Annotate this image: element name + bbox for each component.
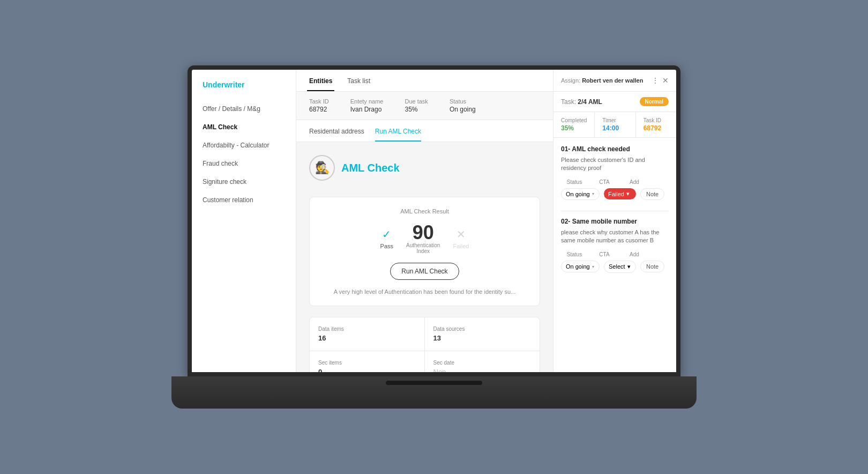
sidebar-title: Underwriter — [192, 80, 296, 100]
check-section-2: 02- Same mobile number please check why … — [561, 218, 669, 273]
sub-tabs: Residental address Run AML Check — [296, 120, 553, 142]
panel-body: 01- AML check needed Please check custom… — [553, 138, 676, 372]
tab-entities[interactable]: Entities — [307, 70, 334, 91]
add-col-label-1: Add — [621, 179, 648, 185]
sidebar-item-affordability[interactable]: Affordabilty - Calculator — [192, 136, 296, 154]
main-area: Entities Task list Task ID 68792 Entety … — [296, 70, 553, 372]
due-task-cell: Due task 35% — [405, 98, 428, 113]
aml-result-section: AML Check Result ✓ Pass 90 Authenticatio… — [309, 197, 540, 306]
panel-menu-icon[interactable]: ⋮ — [652, 76, 659, 85]
result-failed: ✕ Failed — [453, 228, 469, 249]
normal-badge: Normal — [640, 97, 669, 106]
data-grid: Data items 16 Data sources 13 Sec items … — [309, 317, 540, 372]
check2-controls: On going ▾ Select ▾ Note — [561, 261, 669, 273]
chevron-down-icon-4: ▾ — [627, 263, 631, 270]
auth-number: 90 — [413, 223, 434, 242]
cta-col-label-1: CTA — [591, 179, 618, 185]
check2-status-dropdown[interactable]: On going ▾ — [561, 261, 600, 272]
status-col-label-2: Status — [561, 251, 588, 257]
sidebar-item-customer-relation[interactable]: Customer relation — [192, 191, 296, 209]
pass-check-icon: ✓ — [382, 228, 391, 241]
spy-icon: 🕵️ — [309, 155, 335, 181]
right-panel: Assign: Robert ven der wallen ⋮ ✕ Task: … — [553, 70, 676, 372]
cta-col-label-2: CTA — [591, 251, 618, 257]
top-tabs: Entities Task list — [296, 70, 553, 92]
sub-tab-run-aml[interactable]: Run AML Check — [375, 128, 421, 142]
panel-close-icon[interactable]: ✕ — [662, 76, 669, 85]
content-area: Residental address Run AML Check 🕵️ AML … — [296, 120, 553, 372]
result-items: ✓ Pass 90 AuthenticationIndex ✕ Failed — [320, 223, 529, 254]
tab-task-list[interactable]: Task list — [345, 70, 372, 91]
check2-description: please check why customer A has the same… — [561, 228, 669, 245]
aml-result-title: AML Check Result — [320, 208, 529, 214]
chevron-down-icon-2: ▾ — [626, 190, 630, 197]
divider-1 — [561, 211, 669, 211]
data-sources-cell: Data sources 13 — [425, 317, 540, 351]
laptop-base — [171, 376, 697, 409]
aml-content: 🕵️ AML Check AML Check Result ✓ Pass — [296, 142, 553, 372]
sidebar-item-signature[interactable]: Signiture check — [192, 173, 296, 191]
data-items-cell: Data items 16 — [310, 317, 425, 351]
check1-title: 01- AML check needed — [561, 145, 669, 153]
task-id-value: 68792 — [643, 124, 669, 132]
check1-cta-failed[interactable]: Failed ▾ — [604, 188, 636, 199]
sec-items-cell: Sec items 0 — [310, 351, 425, 372]
check1-status-dropdown[interactable]: On going ▾ — [561, 188, 600, 200]
chevron-down-icon: ▾ — [592, 191, 594, 196]
check2-note-button[interactable]: Note — [640, 261, 664, 272]
auth-index: 90 AuthenticationIndex — [406, 223, 440, 254]
failed-x-icon: ✕ — [457, 228, 466, 241]
panel-task-label: Task: 2/4 AML — [561, 98, 602, 106]
task-id-cell: Task ID 68792 — [309, 98, 329, 113]
timer-stat: Timer 14:00 — [595, 112, 635, 137]
status-col-label-1: Status — [561, 179, 588, 185]
chevron-down-icon-3: ▾ — [592, 264, 594, 269]
panel-task-bar: Task: 2/4 AML Normal — [553, 92, 676, 112]
run-aml-button[interactable]: Run AML Check — [390, 263, 459, 280]
status-cell: Status On going — [450, 98, 476, 113]
pass-label: Pass — [380, 243, 393, 249]
completed-stat: Completed 35% — [553, 112, 595, 137]
check2-title: 02- Same mobile number — [561, 218, 669, 225]
panel-assign: Assign: Robert ven der wallen — [561, 77, 643, 84]
auth-label: AuthenticationIndex — [406, 242, 440, 254]
aml-description: A very high level of Authentication has … — [320, 288, 529, 295]
task-bar: Task ID 68792 Entety name Ivan Drago Due… — [296, 92, 553, 120]
sec-date-cell: Sec date Non — [425, 351, 540, 372]
failed-label: Failed — [453, 243, 469, 249]
aml-title: AML Check — [341, 162, 400, 174]
check1-note-button[interactable]: Note — [640, 188, 664, 200]
sidebar-item-offer[interactable]: Offer / Details / M&g — [192, 100, 296, 118]
sub-tab-residential[interactable]: Residental address — [309, 128, 364, 142]
sidebar-item-fraud[interactable]: Fraud check — [192, 154, 296, 173]
check2-cta-select[interactable]: Select ▾ — [604, 261, 636, 273]
panel-header: Assign: Robert ven der wallen ⋮ ✕ — [553, 70, 676, 92]
sidebar: Underwriter Offer / Details / M&g AML Ch… — [192, 70, 296, 372]
panel-stats: Completed 35% Timer 14:00 Task ID 68792 — [553, 112, 676, 138]
check1-description: Please check customer's ID and residency… — [561, 156, 669, 173]
sidebar-item-aml[interactable]: AML Check — [192, 118, 296, 136]
aml-header: 🕵️ AML Check — [309, 155, 540, 181]
task-id-stat: Task ID 68792 — [636, 112, 676, 137]
panel-actions: ⋮ ✕ — [652, 76, 669, 85]
timer-value: 14:00 — [602, 124, 627, 132]
entity-name-cell: Entety name Ivan Drago — [350, 98, 384, 113]
add-col-label-2: Add — [621, 251, 648, 257]
result-pass: ✓ Pass — [380, 228, 393, 249]
completed-value: 35% — [561, 124, 587, 132]
check-section-1: 01- AML check needed Please check custom… — [561, 145, 669, 200]
check1-controls: On going ▾ Failed ▾ Note — [561, 188, 669, 200]
